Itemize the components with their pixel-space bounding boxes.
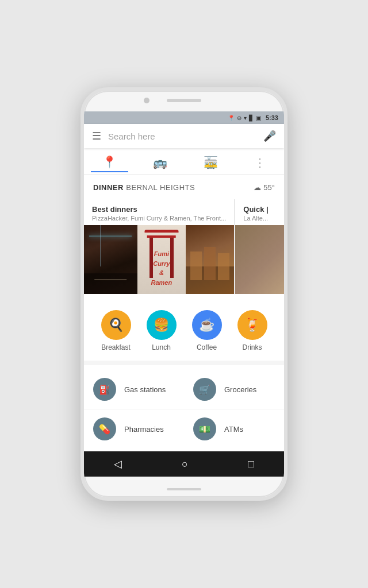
- coffee-icon: ☕: [199, 318, 214, 332]
- phone-screen: 📍 ⊖ ▾ ▊ ▣ 5:33 ☰ Search here 🎤 📍 🚌 🚋: [84, 111, 284, 477]
- lunch-circle: 🍔: [147, 310, 177, 340]
- coffee-label: Coffee: [197, 343, 217, 351]
- back-button[interactable]: ◁: [102, 453, 133, 475]
- dinner-card: DINNER BERNAL HEIGHTS ☁ 55° Best dinners: [84, 175, 284, 361]
- dinner-header: DINNER BERNAL HEIGHTS ☁ 55°: [84, 175, 284, 199]
- atms-icon: 💵: [193, 417, 216, 440]
- main-content: DINNER BERNAL HEIGHTS ☁ 55° Best dinners: [84, 175, 284, 451]
- breakfast-circle: 🍳: [101, 310, 131, 340]
- dinner-weather: ☁ 55°: [254, 183, 275, 192]
- restaurant-img-2: FumiCurry&Ramen: [137, 225, 186, 294]
- restaurant-img-1: [84, 225, 137, 294]
- temperature: 55°: [263, 183, 275, 192]
- tab-train[interactable]: 🚋: [192, 153, 229, 172]
- category-drinks[interactable]: 🍹 Drinks: [237, 310, 267, 351]
- pharmacies-icon: 💊: [93, 417, 116, 440]
- battery-status-icon: ▣: [256, 115, 261, 121]
- signal-status-icon: ▊: [249, 115, 254, 121]
- train-tab-icon: 🚋: [204, 156, 218, 169]
- dinner-location: BERNAL HEIGHTS: [126, 183, 195, 192]
- service-pharmacies[interactable]: 💊 Pharmacies: [84, 412, 184, 446]
- dinner-label: DINNER: [93, 183, 124, 192]
- quick-card-header: Quick | La Alte...: [235, 199, 284, 225]
- quick-card[interactable]: Quick | La Alte...: [235, 199, 284, 294]
- home-button[interactable]: ○: [170, 454, 200, 475]
- tab-bar: 📍 🚌 🚋 ⋮: [84, 148, 284, 175]
- transit-tab-icon: 🚌: [153, 156, 167, 169]
- breakfast-label: Breakfast: [101, 343, 131, 351]
- weather-icon: ☁: [254, 183, 261, 192]
- tab-transit[interactable]: 🚌: [141, 153, 179, 172]
- service-groceries[interactable]: 🛒 Groceries: [184, 372, 284, 407]
- groceries-label: Groceries: [224, 385, 256, 394]
- drinks-icon: 🍹: [244, 318, 260, 332]
- pharmacies-label: Pharmacies: [124, 425, 164, 434]
- tab-more[interactable]: ⋮: [243, 153, 277, 172]
- lunch-icon: 🍔: [154, 318, 169, 332]
- best-dinners-header: Best dinners PizzaHacker, Fumi Curry & R…: [84, 199, 234, 225]
- service-gas-stations[interactable]: ⛽ Gas stations: [84, 372, 184, 407]
- best-dinners-card[interactable]: Best dinners PizzaHacker, Fumi Curry & R…: [84, 199, 235, 294]
- service-atms[interactable]: 💵 ATMs: [184, 412, 284, 446]
- wifi-status-icon: ▾: [244, 115, 247, 121]
- lunch-label: Lunch: [152, 343, 171, 351]
- dinner-title-area: DINNER BERNAL HEIGHTS: [93, 182, 195, 192]
- food-categories: 🍳 Breakfast 🍔 Lunch ☕ Cof: [84, 301, 284, 361]
- phone-camera: [144, 98, 150, 103]
- service-row-2: 💊 Pharmacies 💵 ATMs: [84, 409, 284, 448]
- status-bar: 📍 ⊖ ▾ ▊ ▣ 5:33: [84, 111, 284, 124]
- status-icons: 📍 ⊖ ▾ ▊ ▣ 5:33: [228, 114, 278, 121]
- best-dinners-subtitle: PizzaHacker, Fumi Curry & Ramen, The Fro…: [92, 215, 226, 222]
- gas-station-icon: ⛽: [93, 378, 116, 401]
- services-section: ⛽ Gas stations 🛒 Groceries 💊 Pharmacies …: [84, 365, 284, 451]
- restaurant-img-3: [186, 225, 234, 294]
- phone-frame: 📍 ⊖ ▾ ▊ ▣ 5:33 ☰ Search here 🎤 📍 🚌 🚋: [80, 87, 288, 501]
- coffee-circle: ☕: [192, 310, 222, 340]
- quick-card-title: Quick |: [243, 205, 284, 214]
- best-dinners-title: Best dinners: [92, 205, 226, 214]
- category-coffee[interactable]: ☕ Coffee: [192, 310, 222, 351]
- restaurant-images: FumiCurry&Ramen: [84, 225, 234, 294]
- hamburger-icon[interactable]: ☰: [92, 130, 101, 142]
- bottom-nav: ◁ ○ □: [84, 451, 284, 477]
- search-input[interactable]: Search here: [108, 131, 263, 141]
- service-row-1: ⛽ Gas stations 🛒 Groceries: [84, 370, 284, 409]
- quick-card-subtitle: La Alte...: [243, 215, 284, 222]
- status-time: 5:33: [266, 114, 278, 121]
- atms-label: ATMs: [224, 425, 243, 434]
- breakfast-icon: 🍳: [108, 318, 124, 332]
- gas-station-label: Gas stations: [124, 385, 166, 394]
- phone-bottom-bar: [167, 488, 201, 490]
- mic-icon[interactable]: 🎤: [263, 130, 276, 142]
- tab-location[interactable]: 📍: [91, 153, 128, 172]
- restaurant-scroll[interactable]: Best dinners PizzaHacker, Fumi Curry & R…: [84, 199, 284, 301]
- minus-status-icon: ⊖: [237, 115, 241, 121]
- location-tab-icon: 📍: [102, 155, 117, 169]
- groceries-icon: 🛒: [193, 378, 216, 401]
- category-breakfast[interactable]: 🍳 Breakfast: [101, 310, 131, 351]
- search-bar: ☰ Search here 🎤: [84, 124, 284, 148]
- quick-card-image: [235, 225, 284, 294]
- recents-button[interactable]: □: [236, 454, 266, 475]
- location-status-icon: 📍: [228, 115, 235, 121]
- more-tab-icon: ⋮: [254, 156, 266, 169]
- drinks-circle: 🍹: [237, 310, 267, 340]
- category-lunch[interactable]: 🍔 Lunch: [147, 310, 177, 351]
- drinks-label: Drinks: [242, 343, 262, 351]
